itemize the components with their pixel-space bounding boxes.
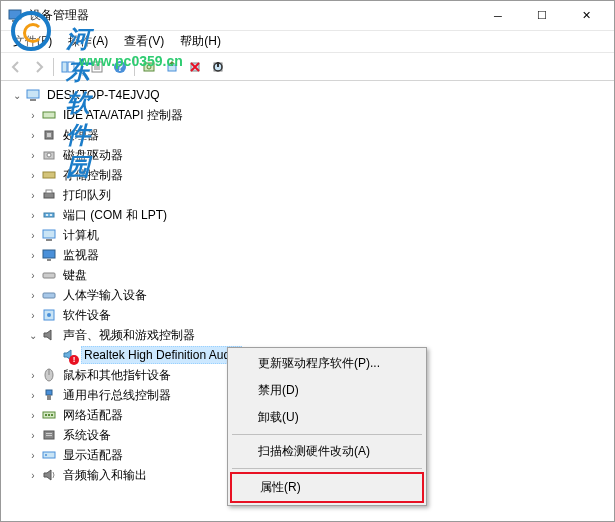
toolbar: ? bbox=[1, 53, 614, 81]
menu-view[interactable]: 查看(V) bbox=[116, 31, 172, 52]
svg-point-49 bbox=[45, 454, 47, 456]
menubar: 文件(F) 操作(A) 查看(V) 帮助(H) bbox=[1, 31, 614, 53]
expand-icon[interactable]: › bbox=[25, 470, 41, 481]
svg-rect-23 bbox=[43, 172, 55, 178]
monitor-icon bbox=[41, 247, 57, 263]
expand-icon[interactable]: › bbox=[25, 450, 41, 461]
svg-rect-25 bbox=[46, 190, 52, 193]
svg-rect-17 bbox=[30, 99, 36, 101]
svg-rect-30 bbox=[46, 239, 52, 241]
menu-help[interactable]: 帮助(H) bbox=[172, 31, 229, 52]
maximize-button[interactable]: ☐ bbox=[520, 2, 564, 30]
tree-item-sound[interactable]: ⌄声音、视频和游戏控制器 bbox=[5, 325, 610, 345]
ide-icon bbox=[41, 107, 57, 123]
context-menu: 更新驱动程序软件(P)... 禁用(D) 卸载(U) 扫描检测硬件改动(A) 属… bbox=[227, 347, 427, 506]
device-manager-icon bbox=[7, 8, 23, 24]
expand-icon[interactable]: › bbox=[25, 310, 41, 321]
svg-rect-34 bbox=[43, 293, 55, 298]
cpu-icon bbox=[41, 127, 57, 143]
collapse-icon[interactable]: ⌄ bbox=[9, 90, 25, 101]
svg-point-28 bbox=[50, 214, 52, 216]
svg-point-36 bbox=[47, 313, 51, 317]
tree-item-hid[interactable]: ›人体学输入设备 bbox=[5, 285, 610, 305]
svg-rect-40 bbox=[47, 395, 51, 400]
pc-icon bbox=[41, 227, 57, 243]
expand-icon[interactable]: › bbox=[25, 110, 41, 121]
printer-icon bbox=[41, 187, 57, 203]
show-hide-button[interactable] bbox=[57, 56, 79, 78]
tree-item-storage[interactable]: ›存储控制器 bbox=[5, 165, 610, 185]
svg-rect-43 bbox=[48, 414, 50, 416]
ctx-uninstall[interactable]: 卸载(U) bbox=[230, 404, 424, 431]
hid-icon bbox=[41, 287, 57, 303]
expand-icon[interactable]: › bbox=[25, 230, 41, 241]
tree-item-ide[interactable]: ›IDE ATA/ATAPI 控制器 bbox=[5, 105, 610, 125]
ctx-update-driver[interactable]: 更新驱动程序软件(P)... bbox=[230, 350, 424, 377]
ctx-scan[interactable]: 扫描检测硬件改动(A) bbox=[230, 438, 424, 465]
menu-action[interactable]: 操作(A) bbox=[60, 31, 116, 52]
svg-rect-26 bbox=[44, 213, 54, 217]
svg-rect-2 bbox=[62, 62, 67, 72]
expand-icon[interactable]: › bbox=[25, 190, 41, 201]
software-icon bbox=[41, 307, 57, 323]
speaker-warn-icon bbox=[61, 347, 77, 363]
svg-rect-42 bbox=[45, 414, 47, 416]
expand-icon[interactable]: › bbox=[25, 130, 41, 141]
collapse-icon[interactable]: ⌄ bbox=[25, 330, 41, 341]
tree-item-keyboard[interactable]: ›键盘 bbox=[5, 265, 610, 285]
expand-icon[interactable]: › bbox=[25, 290, 41, 301]
svg-point-27 bbox=[46, 214, 48, 216]
properties-button[interactable] bbox=[86, 56, 108, 78]
minimize-button[interactable]: ─ bbox=[476, 2, 520, 30]
close-button[interactable]: ✕ bbox=[564, 2, 608, 30]
ctx-separator bbox=[232, 468, 422, 469]
tree-item-computer[interactable]: ›计算机 bbox=[5, 225, 610, 245]
scan-hardware-button[interactable] bbox=[138, 56, 160, 78]
svg-rect-47 bbox=[46, 435, 52, 436]
tree-item-disk[interactable]: ›磁盘驱动器 bbox=[5, 145, 610, 165]
svg-rect-3 bbox=[68, 62, 74, 72]
help-button[interactable]: ? bbox=[109, 56, 131, 78]
expand-icon[interactable]: › bbox=[25, 410, 41, 421]
expand-icon[interactable]: › bbox=[25, 210, 41, 221]
disable-button[interactable] bbox=[207, 56, 229, 78]
menu-file[interactable]: 文件(F) bbox=[5, 31, 60, 52]
svg-rect-29 bbox=[43, 230, 55, 238]
ctx-disable[interactable]: 禁用(D) bbox=[230, 377, 424, 404]
svg-rect-39 bbox=[46, 390, 52, 395]
expand-icon[interactable]: › bbox=[25, 170, 41, 181]
svg-rect-48 bbox=[43, 452, 55, 458]
display-icon bbox=[41, 447, 57, 463]
expand-icon[interactable]: › bbox=[25, 390, 41, 401]
tree-item-port[interactable]: ›端口 (COM 和 LPT) bbox=[5, 205, 610, 225]
tree-root[interactable]: ⌄ DESKTOP-T4EJVJQ bbox=[5, 85, 610, 105]
ctx-properties[interactable]: 属性(R) bbox=[230, 472, 424, 503]
update-driver-button[interactable] bbox=[161, 56, 183, 78]
svg-rect-10 bbox=[144, 63, 154, 71]
svg-rect-31 bbox=[43, 250, 55, 258]
expand-icon[interactable]: › bbox=[25, 270, 41, 281]
tree-item-software[interactable]: ›软件设备 bbox=[5, 305, 610, 325]
svg-rect-0 bbox=[9, 10, 21, 19]
port-icon bbox=[41, 207, 57, 223]
expand-icon[interactable]: › bbox=[25, 250, 41, 261]
tree-item-cpu[interactable]: ›处理器 bbox=[5, 125, 610, 145]
expand-icon[interactable]: › bbox=[25, 430, 41, 441]
svg-text:?: ? bbox=[117, 62, 123, 73]
audio-icon bbox=[41, 467, 57, 483]
expand-icon[interactable]: › bbox=[25, 150, 41, 161]
uninstall-button[interactable] bbox=[184, 56, 206, 78]
tree-item-monitor[interactable]: ›监视器 bbox=[5, 245, 610, 265]
svg-rect-44 bbox=[51, 414, 53, 416]
svg-rect-1 bbox=[12, 20, 18, 22]
mouse-icon bbox=[41, 367, 57, 383]
svg-point-22 bbox=[47, 153, 51, 157]
selected-device: Realtek High Definition Audio bbox=[81, 346, 242, 364]
network-icon bbox=[41, 407, 57, 423]
svg-rect-46 bbox=[46, 433, 52, 434]
expand-icon[interactable]: › bbox=[25, 370, 41, 381]
tree-item-printer[interactable]: ›打印队列 bbox=[5, 185, 610, 205]
speaker-icon bbox=[41, 327, 57, 343]
disk-icon bbox=[41, 147, 57, 163]
forward-button bbox=[28, 56, 50, 78]
